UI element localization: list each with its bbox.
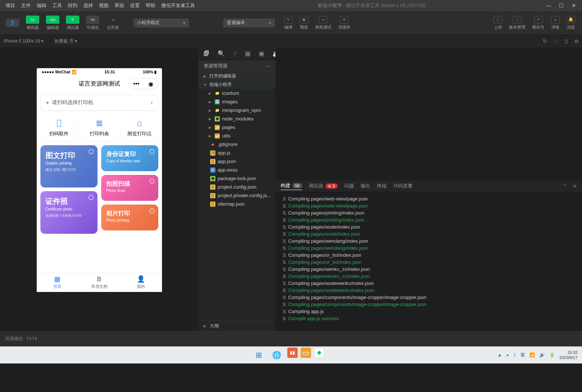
project-section[interactable]: ▼前端小程序 bbox=[198, 80, 275, 89]
menu-帮助[interactable]: 帮助 bbox=[143, 1, 158, 10]
menu-界面[interactable]: 界面 bbox=[112, 1, 127, 10]
device-icon[interactable]: ▯ bbox=[565, 38, 568, 44]
close-button[interactable]: ✕ bbox=[571, 3, 577, 9]
git-tab-icon[interactable]: ⑂ bbox=[233, 50, 237, 57]
minimize-button[interactable]: — bbox=[546, 3, 552, 9]
toolbar-云开发[interactable]: ☁云开发 bbox=[104, 15, 122, 31]
mode-select[interactable]: 小程序模式▾ bbox=[133, 19, 189, 27]
menu-工具[interactable]: 工具 bbox=[50, 1, 65, 10]
toolbar-可视化[interactable]: ▭可视化 bbox=[84, 15, 102, 31]
wechat-tray-icon[interactable]: ● bbox=[506, 352, 509, 358]
action-清缓存[interactable]: ≋清缓存 bbox=[335, 15, 353, 31]
right-版本管理[interactable]: ⑂版本管理 bbox=[506, 15, 528, 31]
menu-设置[interactable]: 设置 bbox=[128, 1, 142, 10]
devtools-taskbar-icon[interactable]: ⬣ bbox=[314, 348, 324, 358]
tree-project.config.json[interactable]: {}project.config.json bbox=[198, 183, 275, 191]
tree-.gitignore[interactable]: ◆.gitignore bbox=[198, 140, 275, 149]
console-tab-调试器[interactable]: 调试器4, 9 bbox=[309, 183, 337, 189]
console-tab-输出[interactable]: 输出 bbox=[361, 183, 370, 189]
phone-tab-常用文档[interactable]: 🗎常用文档 bbox=[78, 272, 120, 292]
console-tab-终端[interactable]: 终端 bbox=[377, 183, 387, 189]
action-编译[interactable]: ↻编译 bbox=[281, 15, 296, 31]
menu-选择[interactable]: 选择 bbox=[81, 1, 96, 10]
app-icon-2[interactable]: ▭ bbox=[301, 348, 311, 358]
tree-utils[interactable]: ▶📂utils bbox=[198, 132, 275, 140]
search-tab-icon[interactable]: 🔍 bbox=[218, 50, 225, 57]
card-photo-scan[interactable]: 拍照扫描Photo Scan bbox=[101, 175, 158, 201]
console-tab-问题[interactable]: 问题 bbox=[344, 183, 354, 189]
ime-indicator[interactable]: 英 bbox=[520, 352, 525, 358]
phone-action-附近打印点[interactable]: ⌂附近打印点 bbox=[121, 113, 158, 142]
console-output[interactable]: $: Compiling pages/web-view/page.json$: … bbox=[275, 192, 582, 331]
debug-tab-icon[interactable]: ▣ bbox=[259, 50, 264, 57]
phone-frame: ●●●●● WeChat 📶15:31100% ▮ 诺言资源网测试 •••◉ ⌖… bbox=[37, 68, 162, 292]
tree-package-lock.json[interactable]: ⬢package-lock.json bbox=[198, 174, 275, 183]
capsule-button[interactable]: •••◉ bbox=[129, 78, 158, 89]
compile-select[interactable]: 普通编译▾ bbox=[223, 19, 275, 27]
start-button[interactable]: ⊞ bbox=[252, 348, 267, 362]
menu-文件[interactable]: 文件 bbox=[19, 1, 33, 10]
card-certificate-photo[interactable]: 证件照Certificate photo在线拍照 / 已有照片打印 bbox=[40, 191, 97, 234]
phone-action-打印列表[interactable]: ≣打印列表 bbox=[80, 113, 118, 142]
tree-images[interactable]: ▶🖼images bbox=[198, 97, 275, 106]
maximize-button[interactable]: ☐ bbox=[558, 3, 564, 9]
menu-编辑[interactable]: 编辑 bbox=[34, 1, 49, 10]
tree-project.private.config.js...[interactable]: {}project.private.config.js... bbox=[198, 191, 275, 200]
tree-iconfont[interactable]: ▶📁iconfont bbox=[198, 89, 275, 97]
card-graphic-printing[interactable]: 图文打印Graphic printing微信 文档 / 图片打印 bbox=[40, 145, 97, 187]
taskbar-clock[interactable]: 15:322023/8/17 bbox=[559, 350, 578, 360]
battery-icon[interactable]: 🔋 bbox=[549, 352, 555, 358]
action-真机调试[interactable]: ▭真机调试 bbox=[312, 15, 334, 31]
menu-微信开发者工具[interactable]: 微信开发者工具 bbox=[159, 1, 198, 10]
app-icon-1[interactable]: ▮▮ bbox=[287, 348, 298, 358]
edge-icon[interactable]: 🌐 bbox=[269, 348, 284, 362]
outline-section[interactable]: ▶大纲 bbox=[198, 320, 275, 331]
title-bar: 项目文件编辑工具转到选择视图界面设置帮助微信开发者工具 前端小程序 - 微信开发… bbox=[0, 0, 582, 11]
phone-tab-首页[interactable]: ▦首页 bbox=[37, 272, 79, 292]
tree-app.json[interactable]: {}app.json bbox=[198, 157, 275, 166]
explorer-more-icon[interactable]: ⋯ bbox=[265, 63, 270, 69]
menu-视图[interactable]: 视图 bbox=[96, 1, 111, 10]
stop-icon[interactable]: ◌ bbox=[554, 38, 558, 44]
console-collapse-icon[interactable]: ⌃ bbox=[563, 183, 567, 189]
action-预览[interactable]: ◉预览 bbox=[297, 15, 311, 31]
right-上传[interactable]: ⤴上传 bbox=[490, 15, 505, 31]
tree-pages[interactable]: ▶📂pages bbox=[198, 123, 275, 132]
page-title: 诺言资源网测试 bbox=[79, 80, 120, 88]
toolbar-调试器[interactable]: ⌗调试器 bbox=[64, 15, 82, 31]
hot-reload-toggle[interactable]: 热重载 开 ▾ bbox=[54, 38, 77, 44]
explorer-tab-icon[interactable]: 🗐 bbox=[204, 50, 209, 57]
open-editors-section[interactable]: ▶打开的编辑器 bbox=[198, 72, 275, 80]
console-close-icon[interactable]: ✕ bbox=[573, 183, 577, 189]
device-select[interactable]: iPhone 5 100% 16 ▾ bbox=[4, 39, 43, 44]
toolbar-编辑器[interactable]: </>编辑器 bbox=[44, 15, 62, 31]
tree-miniprogram_npm[interactable]: ▶📁miniprogram_npm bbox=[198, 106, 275, 114]
tree-app.wxss[interactable]: ≡app.wxss bbox=[198, 166, 275, 174]
menu-转到[interactable]: 转到 bbox=[65, 1, 80, 10]
avatar[interactable]: 👤 bbox=[4, 18, 22, 28]
console-tab-代码质量[interactable]: 代码质量 bbox=[393, 183, 413, 189]
console-line: $: Compiling pages/web-view/page.json bbox=[283, 195, 575, 202]
refresh-icon[interactable]: ↻ bbox=[543, 38, 547, 44]
tree-sitemap.json[interactable]: {}sitemap.json bbox=[198, 200, 275, 208]
tree-node_modules[interactable]: ▶⬢node_modules bbox=[198, 114, 275, 123]
detach-icon[interactable]: ⧉ bbox=[575, 38, 578, 44]
card-photo-printing[interactable]: 相片打印Photo printing bbox=[101, 205, 158, 230]
phone-action-扫码取件[interactable]: ⌷扫码取件 bbox=[40, 113, 78, 142]
ext-tab-icon[interactable]: ▦ bbox=[245, 50, 251, 57]
tree-app.js[interactable]: JSapp.js bbox=[198, 149, 275, 157]
tray-icon[interactable]: ▲ bbox=[497, 352, 502, 358]
toolbar-模拟器[interactable]: ▭模拟器 bbox=[24, 15, 42, 31]
volume-icon[interactable]: 🔊 bbox=[539, 352, 545, 358]
wifi-icon[interactable]: 📶 bbox=[529, 352, 535, 358]
console-tab-构建[interactable]: 构建56 bbox=[281, 182, 302, 190]
printer-scan-bar[interactable]: ⌖请扫码选择打印机› bbox=[40, 95, 158, 110]
right-详情[interactable]: ≡详情 bbox=[548, 15, 563, 31]
right-消息[interactable]: 🔔消息 bbox=[563, 15, 578, 31]
menu-项目[interactable]: 项目 bbox=[3, 1, 18, 10]
window-title: 前端小程序 - 微信开发者工具 Stable 1.06.2307250 bbox=[198, 2, 546, 9]
right-测试号[interactable]: ↗测试号 bbox=[529, 15, 547, 31]
phone-tab-我的[interactable]: 👤我的 bbox=[120, 272, 162, 292]
card-id-copy[interactable]: 身份证复印Copy of identity card bbox=[101, 145, 158, 171]
bluetooth-icon[interactable]: ᛒ bbox=[513, 352, 516, 358]
